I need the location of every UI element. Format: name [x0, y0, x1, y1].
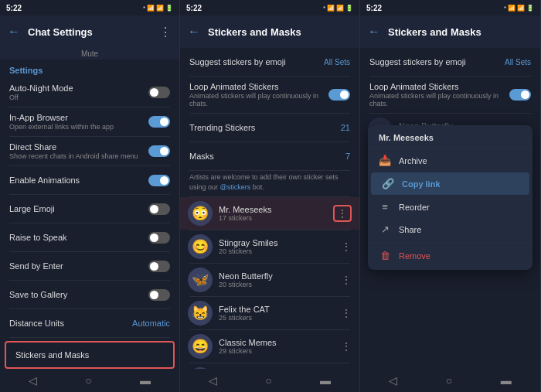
- suggest-stickers-row[interactable]: Suggest stickers by emoji All Sets: [180, 48, 359, 76]
- in-app-browser-toggle[interactable]: [148, 116, 170, 128]
- raise-to-speak-title: Raise to Speak: [9, 233, 148, 242]
- context-menu-reorder[interactable]: ≡ Reorder: [368, 196, 532, 218]
- archive-label: Archive: [399, 156, 427, 165]
- recents-nav-icon[interactable]: ▬: [140, 374, 151, 387]
- context-menu-archive[interactable]: 📥 Archive: [368, 149, 532, 172]
- back-button[interactable]: ←: [8, 25, 20, 39]
- bottom-nav-1: ◁ ○ ▬: [0, 369, 179, 392]
- large-emoji-toggle[interactable]: [148, 203, 170, 215]
- loop-animated-row[interactable]: Loop Animated Stickers Animated stickers…: [180, 77, 359, 113]
- panel-stickers-masks: 5:22 * 📶 📶 🔋 ← Stickers and Masks Sugges…: [180, 0, 360, 392]
- masks-row[interactable]: Masks 7: [180, 142, 359, 170]
- context-menu-share[interactable]: ↗ Share: [368, 218, 532, 240]
- mute-bar: Mute: [0, 48, 179, 60]
- status-bar-3: 5:22 * 📶 📶 🔋: [360, 0, 540, 15]
- stickers-page-title-3: Stickers and Masks: [388, 26, 532, 38]
- share-icon: ↗: [379, 223, 391, 235]
- send-by-enter-toggle[interactable]: [148, 261, 170, 272]
- remove-label: Remove: [399, 251, 430, 261]
- in-app-browser-sub: Open external links within the app: [9, 123, 148, 131]
- bottom-nav-3: ◁ ○ ▬: [360, 369, 540, 392]
- status-icons-3: * 📶 📶 🔋: [504, 5, 534, 12]
- context-menu: Mr. Meeseeks 📥 Archive 🔗 Copy link ≡ Reo…: [368, 125, 532, 270]
- panel-stickers-context: 5:22 * 📶 📶 🔋 ← Stickers and Masks Sugges…: [360, 0, 541, 392]
- sticker-avatar-mr-meeseeks: 😳: [188, 201, 213, 226]
- home-nav-icon-3[interactable]: ○: [446, 374, 452, 387]
- loop-animated-title: Loop Animated Stickers: [189, 82, 328, 91]
- sticker-more-neon-butterfly[interactable]: ⋮: [341, 274, 352, 286]
- recents-nav-icon-3[interactable]: ▬: [501, 374, 512, 387]
- settings-item-save-to-gallery[interactable]: Save to Gallery: [0, 281, 179, 308]
- reorder-icon: ≡: [379, 201, 391, 213]
- loop-animated-toggle[interactable]: [328, 89, 350, 101]
- sticker-more-classic-memes[interactable]: ⋮: [341, 340, 352, 353]
- settings-item-stickers-masks[interactable]: Stickers and Masks: [5, 341, 175, 369]
- page-title: Chat Settings: [28, 26, 151, 38]
- suggest-label-3: Suggest stickers by emoji: [369, 57, 505, 66]
- settings-item-distance-units[interactable]: Distance Units Automatic: [0, 309, 179, 337]
- home-nav-icon-2[interactable]: ○: [265, 374, 271, 387]
- back-button-3[interactable]: ←: [368, 25, 380, 39]
- remove-icon: 🗑: [379, 250, 391, 261]
- sticker-item-neon-butterfly[interactable]: 🦋 Neon Butterfly 20 stickers ⋮: [180, 264, 359, 296]
- header-stickers-3: ← Stickers and Masks: [360, 15, 540, 48]
- settings-item-enable-animations[interactable]: Enable Animations: [0, 166, 179, 194]
- direct-share-toggle[interactable]: [148, 145, 170, 157]
- sticker-avatar-classic-memes: 😄: [188, 334, 213, 359]
- back-nav-icon[interactable]: ◁: [29, 374, 37, 387]
- loop-animated-row-3[interactable]: Loop Animated Stickers Animated stickers…: [360, 77, 540, 113]
- sticker-avatar-felix: 😸: [188, 301, 213, 326]
- status-bar-2: 5:22 * 📶 📶 🔋: [180, 0, 359, 15]
- context-menu-remove[interactable]: 🗑 Remove: [368, 244, 532, 267]
- copy-link-icon: 🔗: [382, 178, 394, 189]
- sticker-name-mr-meeseeks: Mr. Meeseeks: [219, 205, 333, 214]
- settings-item-send-by-enter[interactable]: Send by Enter: [0, 252, 179, 280]
- bottom-nav-2: ◁ ○ ▬: [180, 369, 359, 392]
- context-menu-copy-link[interactable]: 🔗 Copy link: [371, 172, 529, 195]
- settings-section-label: Settings: [0, 60, 179, 78]
- settings-item-raise-to-speak[interactable]: Raise to Speak: [0, 223, 179, 251]
- battery-icon: 🔋: [165, 5, 173, 12]
- settings-item-in-app-browser[interactable]: In-App Browser Open external links withi…: [0, 107, 179, 136]
- suggest-stickers-row-3[interactable]: Suggest stickers by emoji All Sets: [360, 48, 540, 76]
- back-button-2[interactable]: ←: [188, 25, 200, 39]
- settings-item-direct-share[interactable]: Direct Share Show recent chats in Androi…: [0, 137, 179, 165]
- loop-animated-sub: Animated stickers will play continuously…: [189, 92, 328, 107]
- share-label: Share: [399, 225, 421, 234]
- loop-animated-toggle-3[interactable]: [509, 89, 531, 101]
- sticker-item-classic-memes[interactable]: 😄 Classic Memes 29 stickers ⋮: [180, 330, 359, 363]
- back-nav-icon-2[interactable]: ◁: [209, 374, 217, 387]
- sticker-more-stingray[interactable]: ⋮: [341, 240, 352, 253]
- status-time-2: 5:22: [186, 4, 202, 12]
- sticker-more-mr-meeseeks[interactable]: ⋮: [333, 205, 352, 222]
- auto-night-toggle[interactable]: [148, 87, 170, 98]
- sticker-item-hot-cherry[interactable]: 🍒 Hot Cherry 31 stickers ⋮: [180, 363, 359, 369]
- back-nav-icon-3[interactable]: ◁: [389, 374, 397, 387]
- battery-icon-2: 🔋: [345, 5, 353, 12]
- battery-icon-3: 🔋: [526, 5, 534, 12]
- recents-nav-icon-2[interactable]: ▬: [320, 374, 331, 387]
- stickers-page-title: Stickers and Masks: [208, 26, 352, 38]
- raise-to-speak-toggle[interactable]: [148, 232, 170, 244]
- settings-item-auto-night[interactable]: Auto-Night Mode Off: [0, 78, 179, 107]
- all-sets-link[interactable]: All Sets: [324, 58, 350, 66]
- home-nav-icon[interactable]: ○: [85, 374, 91, 387]
- save-to-gallery-toggle[interactable]: [148, 289, 170, 301]
- settings-item-large-emoji[interactable]: Large Emoji: [0, 195, 179, 223]
- all-sets-link-3[interactable]: All Sets: [505, 58, 531, 66]
- sticker-item-felix[interactable]: 😸 Felix the CAT 25 stickers ⋮: [180, 297, 359, 329]
- sticker-name-classic-memes: Classic Memes: [219, 338, 341, 347]
- sticker-item-mr-meeseeks[interactable]: 😳 Mr. Meeseeks 17 stickers ⋮: [180, 197, 359, 230]
- sticker-item-stingray[interactable]: 😊 Stingray Smiles 20 stickers ⋮: [180, 230, 359, 263]
- enable-animations-toggle[interactable]: [148, 175, 170, 186]
- send-by-enter-title: Send by Enter: [9, 261, 148, 271]
- sticker-more-felix[interactable]: ⋮: [341, 307, 352, 319]
- sticker-count-felix: 25 stickers: [219, 314, 341, 322]
- sticker-avatar-neon-butterfly: 🦋: [188, 268, 213, 292]
- direct-share-title: Direct Share: [9, 142, 148, 152]
- sticker-name-stingray: Stingray Smiles: [219, 238, 341, 247]
- sticker-count-classic-memes: 29 stickers: [219, 347, 341, 355]
- status-icons-2: * 📶 📶 🔋: [323, 5, 353, 12]
- more-options-button[interactable]: ⋮: [159, 25, 172, 39]
- trending-stickers-row[interactable]: Trending Stickers 21: [180, 114, 359, 141]
